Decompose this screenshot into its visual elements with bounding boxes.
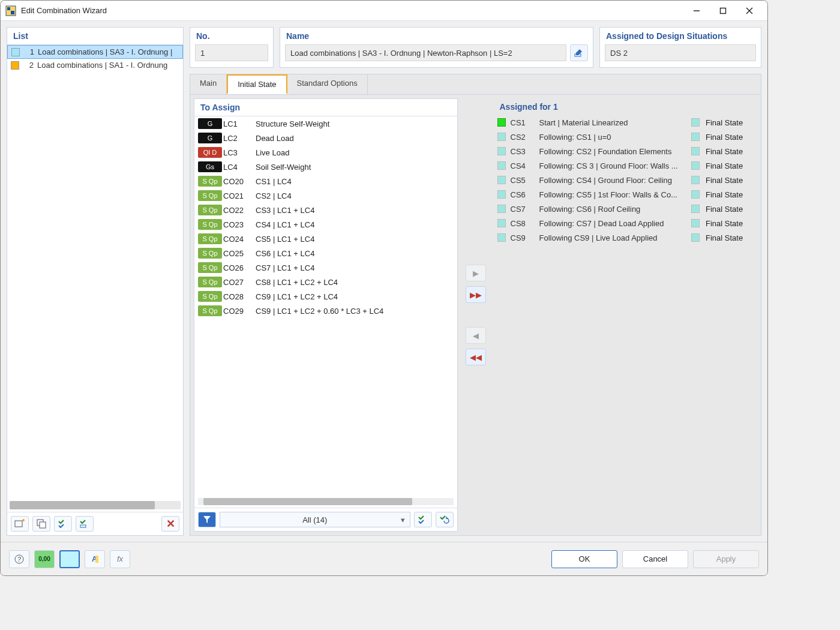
- row-code: CO21: [223, 191, 256, 200]
- final-state-label: Final State: [706, 233, 754, 242]
- check-items-button[interactable]: [414, 512, 432, 527]
- check-all-button[interactable]: [54, 516, 72, 532]
- filter-select[interactable]: All (14) ▾: [220, 512, 410, 527]
- assigned-row[interactable]: CS3 Following: CS2 | Foundation Elements…: [494, 144, 758, 158]
- assigned-row[interactable]: CS8 Following: CS7 | Dead Load Applied F…: [494, 216, 758, 230]
- move-all-left-button[interactable]: ◀◀: [466, 349, 486, 365]
- to-assign-row[interactable]: S Qp CO29 CS9 | LC1 + LC2 + 0.60 * LC3 +…: [194, 304, 457, 318]
- tab-card: Main Initial State Standard Options To A…: [190, 74, 761, 536]
- assigned-row[interactable]: CS7 Following: CS6 | Roof Ceiling Final …: [494, 202, 758, 216]
- state-swatch: [497, 133, 506, 141]
- row-desc: Following: CS1 | u=0: [539, 133, 689, 142]
- assigned-row[interactable]: CS2 Following: CS1 | u=0 Final State: [494, 130, 758, 144]
- right-side: No. Name Assigned to Design Situations: [190, 27, 761, 536]
- assigned-row[interactable]: CS6 Following: CS5 | 1st Floor: Walls & …: [494, 187, 758, 202]
- tab-main[interactable]: Main: [190, 74, 227, 94]
- transfer-column: ▶ ▶▶ ◀ ◀◀: [461, 95, 490, 535]
- to-assign-row[interactable]: S Qp CO24 CS5 | LC1 + LC4: [194, 232, 457, 246]
- assigned-row[interactable]: CS9 Following CS9 | Live Load Applied Fi…: [494, 230, 758, 245]
- svg-rect-1: [7, 7, 10, 10]
- assigned-rows[interactable]: CS1 Start | Material Linearized Final St…: [494, 115, 758, 532]
- to-assign-row[interactable]: S Qp CO28 CS9 | LC1 + LC2 + LC4: [194, 289, 457, 304]
- state-swatch: [497, 176, 506, 184]
- ok-button[interactable]: OK: [551, 550, 617, 568]
- category-tag: S Qp: [198, 190, 222, 201]
- row-desc: Following: CS2 | Foundation Elements: [539, 147, 689, 156]
- color-swatch: [11, 61, 19, 70]
- color-swatch: [11, 48, 20, 56]
- row-desc: CS3 | LC1 + LC4: [256, 206, 454, 215]
- move-all-right-button[interactable]: ▶▶: [466, 286, 486, 303]
- units-button[interactable]: 0,00: [34, 550, 55, 568]
- to-assign-row[interactable]: G LC2 Dead Load: [194, 131, 457, 145]
- list-row-label: Load combinations | SA3 - I. Ordnung |: [38, 47, 172, 56]
- row-code: CS9: [511, 233, 537, 242]
- assigned-row[interactable]: CS1 Start | Material Linearized Final St…: [494, 115, 758, 130]
- close-button[interactable]: [736, 2, 763, 20]
- to-assign-row[interactable]: S Qp CO26 CS7 | LC1 + LC4: [194, 260, 457, 275]
- list-row-number: 1: [23, 47, 34, 56]
- list-row[interactable]: 1 Load combinations | SA3 - I. Ordnung |: [7, 45, 183, 59]
- final-swatch: [691, 133, 700, 141]
- to-assign-row[interactable]: S Qp CO23 CS4 | LC1 + LC4: [194, 217, 457, 232]
- help-button[interactable]: ?: [9, 550, 29, 568]
- to-assign-row[interactable]: S Qp CO27 CS8 | LC1 + LC2 + LC4: [194, 275, 457, 289]
- to-assign-row[interactable]: Gs LC4 Soil Self-Weight: [194, 160, 457, 174]
- row-code: CO23: [223, 220, 256, 229]
- row-code: CO25: [223, 249, 256, 258]
- filter-select-label: All (14): [302, 515, 327, 524]
- function-button[interactable]: fx: [110, 550, 130, 568]
- assigned-input[interactable]: [605, 44, 756, 61]
- to-assign-row[interactable]: S Qp CO21 CS2 | LC4: [194, 188, 457, 203]
- svg-rect-9: [40, 522, 46, 528]
- to-assign-rows[interactable]: G LC1 Structure Self-WeightG LC2 Dead Lo…: [194, 116, 457, 496]
- new-item-button[interactable]: [11, 516, 29, 532]
- category-tag: G: [198, 133, 222, 143]
- assigned-label: Assigned to Design Situations: [605, 30, 756, 44]
- list-scrollbar[interactable]: [10, 501, 181, 509]
- filter-button[interactable]: [198, 512, 216, 527]
- row-desc: Following: CS7 | Dead Load Applied: [539, 219, 689, 228]
- list-row-label: Load combinations | SA1 - I. Ordnung: [37, 61, 167, 70]
- assigned-row[interactable]: CS5 Following: CS4 | Ground Floor: Ceili…: [494, 173, 758, 187]
- to-assign-scrollbar[interactable]: [198, 498, 454, 505]
- list-items[interactable]: 1 Load combinations | SA3 - I. Ordnung |…: [7, 45, 183, 499]
- edit-name-button[interactable]: [570, 44, 588, 61]
- maximize-button[interactable]: [710, 2, 736, 20]
- delete-item-button[interactable]: ✕: [161, 516, 179, 532]
- check-some-button[interactable]: [76, 516, 94, 532]
- to-assign-panel: To Assign G LC1 Structure Self-WeightG L…: [194, 98, 458, 532]
- apply-button[interactable]: Apply: [693, 550, 759, 568]
- row-desc: Following: CS 3 | Ground Floor: Walls ..…: [539, 161, 689, 170]
- assigned-row[interactable]: CS4 Following: CS 3 | Ground Floor: Wall…: [494, 158, 758, 173]
- final-swatch: [691, 219, 700, 227]
- reset-items-button[interactable]: [436, 512, 454, 527]
- tab-bar: Main Initial State Standard Options: [190, 74, 761, 95]
- cancel-button[interactable]: Cancel: [622, 550, 688, 568]
- to-assign-row[interactable]: S Qp CO20 CS1 | LC4: [194, 174, 457, 188]
- to-assign-row[interactable]: QI D LC3 Live Load: [194, 145, 457, 160]
- move-left-button[interactable]: ◀: [466, 327, 486, 344]
- row-code: CS7: [511, 205, 537, 214]
- state-swatch: [497, 161, 506, 170]
- color-button[interactable]: [59, 550, 80, 568]
- copy-item-button[interactable]: [32, 516, 50, 532]
- minimize-button[interactable]: [683, 2, 710, 20]
- to-assign-row[interactable]: S Qp CO22 CS3 | LC1 + LC4: [194, 203, 457, 217]
- row-desc: Following: CS5 | 1st Floor: Walls & Co..…: [539, 190, 689, 199]
- no-input[interactable]: [195, 44, 268, 61]
- category-tag: S Qp: [198, 233, 222, 244]
- move-right-button[interactable]: ▶: [466, 265, 486, 281]
- list-row[interactable]: 2 Load combinations | SA1 - I. Ordnung: [7, 59, 183, 71]
- to-assign-row[interactable]: G LC1 Structure Self-Weight: [194, 116, 457, 131]
- text-tool-button[interactable]: A: [85, 550, 105, 568]
- bottom-bar: ? 0,00 A fx OK Cancel Apply: [1, 542, 767, 575]
- row-code: CO20: [223, 177, 256, 186]
- name-input[interactable]: [285, 44, 566, 61]
- tab-initial-state[interactable]: Initial State: [227, 74, 287, 94]
- to-assign-row[interactable]: S Qp CO25 CS6 | LC1 + LC4: [194, 246, 457, 260]
- tab-standard-options[interactable]: Standard Options: [287, 74, 368, 94]
- category-tag: S Qp: [198, 277, 222, 287]
- row-desc: CS4 | LC1 + LC4: [256, 220, 454, 229]
- no-field-box: No.: [190, 27, 274, 68]
